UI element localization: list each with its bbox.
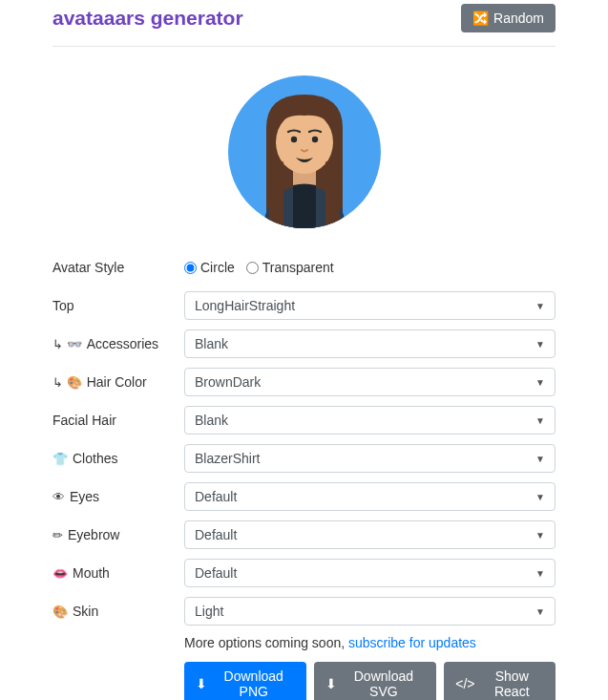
subscribe-link[interactable]: subscribe for updates	[348, 635, 476, 650]
mouth-icon: 👄	[52, 566, 68, 581]
eyes-label: 👁 Eyes	[52, 489, 184, 504]
accessories-select[interactable]: Blank ▼	[184, 329, 556, 358]
download-svg-label: Download SVG	[342, 668, 425, 699]
clothes-label-text: Clothes	[73, 451, 117, 466]
page-title: avataaars generator	[52, 7, 243, 30]
radio-circle-input[interactable]	[184, 262, 197, 274]
svg-point-3	[311, 137, 317, 142]
chevron-down-icon: ▼	[535, 492, 545, 502]
radio-circle[interactable]: Circle	[184, 260, 235, 275]
chevron-down-icon: ▼	[535, 339, 545, 350]
random-button-label: Random	[493, 11, 544, 26]
top-select-value: LongHairStraight	[195, 298, 295, 313]
accessories-label: ↳ 👓 Accessories	[52, 336, 184, 351]
svg-point-1	[276, 111, 333, 174]
glasses-icon: ↳ 👓	[52, 337, 82, 351]
code-icon: </>	[455, 676, 474, 691]
eyes-select-value: Default	[195, 489, 237, 504]
mouth-label-text: Mouth	[73, 565, 110, 581]
facial-hair-label: Facial Hair	[52, 413, 184, 428]
download-png-button[interactable]: ⬇ Download PNG	[184, 662, 306, 700]
download-icon: ⬇	[196, 676, 207, 691]
hair-color-label: ↳ 🎨 Hair Color	[52, 374, 184, 390]
download-svg-button[interactable]: ⬇ Download SVG	[314, 662, 436, 700]
avatar-style-label: Avatar Style	[52, 260, 184, 275]
radio-transparent-label: Transparent	[262, 260, 334, 275]
eye-icon: 👁	[52, 490, 65, 504]
chevron-down-icon: ▼	[535, 606, 545, 617]
avatar-preview	[228, 75, 381, 228]
mouth-select[interactable]: Default ▼	[184, 559, 556, 587]
clothes-label: 👕 Clothes	[52, 451, 184, 466]
top-label: Top	[52, 298, 184, 313]
hair-color-select[interactable]: BrownDark ▼	[184, 368, 556, 396]
eyes-select[interactable]: Default ▼	[184, 482, 556, 511]
chevron-down-icon: ▼	[535, 415, 545, 426]
clothes-select[interactable]: BlazerShirt ▼	[184, 444, 556, 473]
eyebrow-label-text: Eyebrow	[68, 527, 119, 542]
download-icon: ⬇	[325, 676, 337, 691]
svg-point-2	[290, 137, 296, 142]
top-select[interactable]: LongHairStraight ▼	[184, 291, 556, 320]
hair-color-select-value: BrownDark	[195, 374, 261, 390]
more-options-prefix: More options coming soon,	[184, 635, 348, 650]
show-react-label: Show React	[480, 668, 544, 699]
palette-icon: ↳ 🎨	[52, 375, 82, 390]
avatar-svg	[228, 75, 381, 228]
top-label-text: Top	[52, 298, 74, 313]
show-react-button[interactable]: </> Show React	[444, 662, 556, 700]
accessories-label-text: Accessories	[87, 336, 158, 351]
hair-color-label-text: Hair Color	[87, 374, 147, 390]
chevron-down-icon: ▼	[535, 568, 545, 579]
mouth-label: 👄 Mouth	[52, 565, 184, 581]
eyebrow-select[interactable]: Default ▼	[184, 520, 556, 549]
skin-select[interactable]: Light ▼	[184, 597, 556, 626]
facial-hair-select-value: Blank	[195, 413, 228, 428]
skin-icon: 🎨	[52, 605, 68, 619]
skin-label-text: Skin	[73, 604, 98, 619]
divider	[52, 46, 556, 47]
skin-select-value: Light	[195, 604, 223, 619]
mouth-select-value: Default	[195, 565, 237, 581]
skin-label: 🎨 Skin	[52, 604, 184, 619]
clothes-select-value: BlazerShirt	[195, 451, 260, 466]
radio-transparent-input[interactable]	[246, 262, 259, 274]
radio-circle-label: Circle	[200, 260, 235, 275]
radio-transparent[interactable]: Transparent	[246, 260, 334, 275]
chevron-down-icon: ▼	[535, 377, 545, 388]
accessories-select-value: Blank	[195, 336, 228, 351]
eyebrow-icon: ✏	[52, 528, 63, 542]
facial-hair-label-text: Facial Hair	[52, 413, 116, 428]
eyebrow-select-value: Default	[195, 527, 237, 542]
more-options-text: More options coming soon, subscribe for …	[184, 635, 556, 650]
shuffle-icon: 🔀	[472, 11, 489, 26]
chevron-down-icon: ▼	[535, 454, 545, 464]
eyebrow-label: ✏ Eyebrow	[52, 527, 184, 542]
download-png-label: Download PNG	[212, 668, 295, 699]
chevron-down-icon: ▼	[535, 530, 545, 541]
chevron-down-icon: ▼	[535, 301, 545, 311]
facial-hair-select[interactable]: Blank ▼	[184, 406, 556, 435]
shirt-icon: 👕	[52, 452, 68, 466]
random-button[interactable]: 🔀 Random	[461, 4, 556, 32]
eyes-label-text: Eyes	[70, 489, 99, 504]
